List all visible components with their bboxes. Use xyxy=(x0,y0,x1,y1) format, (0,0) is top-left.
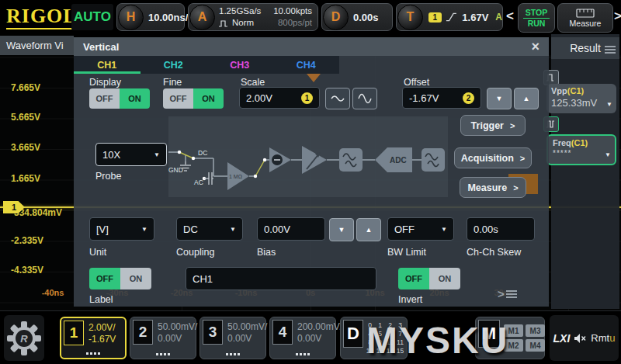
tab-ch4[interactable]: CH4 xyxy=(273,56,340,74)
measure-nav-button[interactable]: Measure > xyxy=(460,177,526,198)
close-icon[interactable]: × xyxy=(531,40,539,54)
scale-label: Scale xyxy=(241,77,265,88)
stop-label: STOP xyxy=(523,8,550,19)
measure-toolbar-button[interactable]: Measure xyxy=(557,3,613,33)
trigger-status-auto[interactable]: AUTO xyxy=(71,4,113,30)
scale-decrease-amplitude-button[interactable] xyxy=(325,88,350,109)
drag-handle-icon xyxy=(226,353,240,355)
rigol-gear-logo[interactable]: R xyxy=(4,315,44,361)
fine-toggle[interactable]: OFF ON xyxy=(163,88,224,109)
chevron-down-icon: ▼ xyxy=(154,151,160,158)
drag-handle-icon xyxy=(296,353,310,355)
math-m3-button[interactable]: M3 xyxy=(526,324,545,337)
connectivity-status[interactable]: LXI Rmtu xyxy=(550,315,619,361)
trigger-key-icon[interactable]: T xyxy=(397,5,423,30)
bias-value: 0.00V xyxy=(264,224,290,235)
math-m4-button[interactable]: M4 xyxy=(526,339,545,352)
run-label: RUN xyxy=(528,19,546,28)
scale-value: 2.00V xyxy=(246,92,272,104)
menu-icon[interactable] xyxy=(605,44,616,55)
expand-menu-icon[interactable]: > xyxy=(498,287,517,300)
offset-increase-button[interactable]: ▲ xyxy=(514,88,539,109)
resolution-value: 800ps/pt xyxy=(273,17,312,29)
svg-text:R: R xyxy=(20,333,28,345)
delay-menu-button[interactable]: D 0.00s xyxy=(321,3,393,31)
fine-on-option[interactable]: ON xyxy=(193,88,224,109)
result-item-freq[interactable]: Freq(C1) ***** ▼ xyxy=(546,134,616,165)
invert-label: Invert xyxy=(398,294,422,305)
chevron-right-icon: > xyxy=(513,183,518,192)
acquisition-key-icon[interactable]: A xyxy=(189,5,215,30)
channel-1-button[interactable]: 1 2.00V/ -1.67V xyxy=(60,317,127,359)
voltage-gridline-label: -4.335V xyxy=(11,265,43,276)
tab-ch3[interactable]: CH3 xyxy=(206,56,273,74)
measure-value: ***** xyxy=(553,149,610,158)
bias-decrease-button[interactable]: ▼ xyxy=(329,218,354,241)
channel-label-input[interactable]: CH1 xyxy=(186,267,376,290)
channel-4-badge: 4 xyxy=(272,320,293,345)
voltage-gridline-label: 3.665V xyxy=(11,142,40,153)
horizontal-menu-button[interactable]: H 10.00ns/ xyxy=(116,3,185,31)
voltage-gridline-label: 5.665V xyxy=(11,112,40,123)
tab-waveform-view[interactable]: Waveform Vi xyxy=(0,36,74,55)
chevron-down-icon[interactable]: ▼ xyxy=(605,151,611,158)
display-toggle[interactable]: OFF ON xyxy=(89,88,150,109)
label-off-option[interactable]: OFF xyxy=(89,268,120,289)
scale-increase-amplitude-button[interactable] xyxy=(352,88,377,109)
acquisition-nav-button[interactable]: Acquisition > xyxy=(454,147,532,168)
channel-4-button[interactable]: 4 200.00mV/ 0.00V xyxy=(269,317,336,359)
toolbar-prev-icon[interactable]: < xyxy=(506,9,514,24)
coupling-value: DC xyxy=(183,224,198,235)
display-on-option[interactable]: ON xyxy=(120,88,150,109)
invert-on-option[interactable]: ON xyxy=(429,268,460,289)
channel-3-badge: 3 xyxy=(203,320,223,345)
trigger-level-value: 1.67V xyxy=(462,12,488,23)
invert-off-option[interactable]: OFF xyxy=(398,268,429,289)
coupling-dropdown[interactable]: DC ▼ xyxy=(176,217,243,241)
horizontal-key-icon[interactable]: H xyxy=(118,5,144,30)
trigger-menu-button[interactable]: T 1 1.67V A xyxy=(396,3,503,31)
acquisition-menu-button[interactable]: A 1.25GSa/s Norm 10.00kpts 800ps/pt xyxy=(188,3,318,31)
trigger-nav-button[interactable]: Trigger > xyxy=(460,115,526,136)
channel-3-offset: 0.00V xyxy=(227,333,267,345)
delay-value: 0.00s xyxy=(353,12,379,23)
channel-3-button[interactable]: 3 50.00mV/ 0.00V xyxy=(199,317,266,359)
bias-increase-button[interactable]: ▲ xyxy=(356,218,381,241)
chevron-down-icon: ▼ xyxy=(230,226,236,233)
lxi-indicator: LXI xyxy=(553,332,571,345)
offset-input[interactable]: -1.67V 2 xyxy=(402,87,481,109)
fine-off-option[interactable]: OFF xyxy=(163,88,193,109)
result-item-vpp[interactable]: Vpp(C1) 125.33mV ▼ xyxy=(546,84,616,113)
invert-toggle[interactable]: OFF ON xyxy=(398,268,460,289)
chevron-down-icon[interactable]: ▼ xyxy=(606,101,612,108)
label-toggle[interactable]: OFF ON xyxy=(89,268,151,289)
unit-value: [V] xyxy=(96,224,109,235)
offset-decrease-button[interactable]: ▼ xyxy=(487,88,512,109)
bw-limit-dropdown[interactable]: OFF ▼ xyxy=(387,217,454,241)
tab-ch1[interactable]: CH1 xyxy=(74,56,141,74)
scale-input[interactable]: 2.00V 1 xyxy=(239,87,320,109)
toolbar-next-icon[interactable]: > xyxy=(614,9,621,24)
channel-2-scale: 50.00mV/ xyxy=(158,321,197,333)
tab-ch2[interactable]: CH2 xyxy=(141,56,207,74)
display-off-option[interactable]: OFF xyxy=(89,88,120,109)
trigger-position-icon[interactable] xyxy=(307,74,321,82)
bias-input[interactable]: 0.00V xyxy=(257,217,325,241)
stop-run-button[interactable]: STOP RUN xyxy=(518,3,555,33)
channel-1-scale: 2.00V/ xyxy=(88,322,116,334)
measure-name: Freq xyxy=(553,138,571,147)
fine-label: Fine xyxy=(163,77,182,88)
rising-edge-icon xyxy=(446,12,457,23)
unit-dropdown[interactable]: [V] ▼ xyxy=(89,217,154,241)
voltage-gridline-label: 7.665V xyxy=(11,82,40,93)
skew-input[interactable]: 0.00s xyxy=(467,217,535,241)
offset-knob-badge: 2 xyxy=(463,92,474,104)
probe-dropdown[interactable]: 10X ▼ xyxy=(95,143,167,166)
skew-label: Ch-Ch Skew xyxy=(467,247,521,258)
chevron-down-icon: ▼ xyxy=(441,226,447,233)
bw-limit-label: BW Limit xyxy=(387,247,426,258)
diagram-dc-label: DC xyxy=(198,149,207,157)
channel-2-button[interactable]: 2 50.00mV/ 0.00V xyxy=(130,317,196,359)
delay-key-icon[interactable]: D xyxy=(323,5,349,30)
label-on-option[interactable]: ON xyxy=(120,268,151,289)
